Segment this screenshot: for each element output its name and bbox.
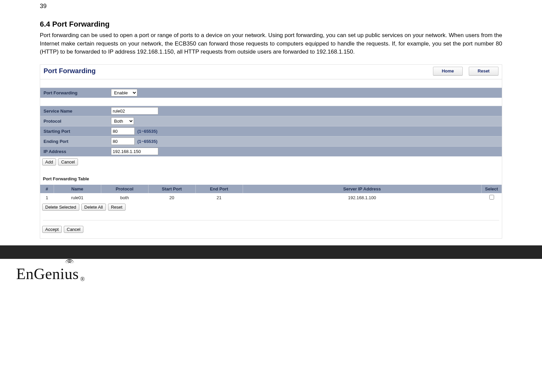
td-server: 192.168.1.100 <box>243 193 482 202</box>
label-starting-port: Starting Port <box>40 129 111 134</box>
delete-all-button[interactable]: Delete All <box>81 204 106 211</box>
intro-paragraph: Port forwarding can be used to open a po… <box>40 31 502 56</box>
table-row: 1 rule01 both 20 21 192.168.1.100 <box>40 193 502 202</box>
add-button[interactable]: Add <box>42 158 56 165</box>
label-port-forwarding: Port Forwarding <box>40 90 111 95</box>
th-select: Select <box>482 185 502 193</box>
th-end: End Port <box>195 185 243 193</box>
panel-header: Port Forwarding Home Reset <box>40 65 502 80</box>
row-service-name: Service Name <box>40 106 502 116</box>
accept-button[interactable]: Accept <box>42 226 62 233</box>
td-end: 21 <box>195 193 243 202</box>
td-name: rule01 <box>54 193 101 202</box>
reset-button[interactable]: Reset <box>469 67 498 76</box>
engenius-logo: EnGen ius ® <box>16 265 542 283</box>
hint-starting-port: (1~65535) <box>137 129 158 134</box>
row-port-forwarding: Port Forwarding Enable <box>40 88 502 98</box>
label-ending-port: Ending Port <box>40 139 111 144</box>
footer-dark-bar <box>0 245 542 259</box>
row-ip-address: IP Address <box>40 146 502 156</box>
wifi-icon <box>64 258 75 264</box>
page-number: 39 <box>40 3 542 10</box>
panel-title: Port Forwarding <box>42 67 96 75</box>
th-server: Server IP Address <box>243 185 482 193</box>
cancel-bottom-button[interactable]: Cancel <box>64 226 83 233</box>
input-service-name[interactable] <box>111 107 158 115</box>
td-protocol: both <box>101 193 148 202</box>
input-ip-address[interactable] <box>111 148 158 155</box>
select-protocol[interactable]: Both <box>111 117 134 125</box>
td-select <box>482 193 502 202</box>
label-service-name: Service Name <box>40 109 111 114</box>
row-checkbox[interactable] <box>489 195 494 200</box>
td-num: 1 <box>40 193 54 202</box>
th-num: # <box>40 185 54 193</box>
td-start: 20 <box>148 193 195 202</box>
hint-ending-port: (1~65535) <box>137 139 158 144</box>
th-start: Start Port <box>148 185 195 193</box>
divider <box>43 220 499 220</box>
row-protocol: Protocol Both <box>40 116 502 126</box>
cancel-form-button[interactable]: Cancel <box>58 158 78 165</box>
input-ending-port[interactable] <box>111 138 135 145</box>
row-starting-port: Starting Port (1~65535) <box>40 126 502 136</box>
table-reset-button[interactable]: Reset <box>108 204 126 211</box>
port-forwarding-panel: Port Forwarding Home Reset Port Forwardi… <box>40 64 502 239</box>
footer-logo-area: EnGen ius ® <box>0 259 542 292</box>
port-forwarding-table: # Name Protocol Start Port End Port Serv… <box>40 185 502 202</box>
th-name: Name <box>54 185 101 193</box>
th-protocol: Protocol <box>101 185 148 193</box>
section-heading: 6.4 Port Forwarding <box>40 20 502 29</box>
home-button[interactable]: Home <box>433 67 463 76</box>
input-starting-port[interactable] <box>111 127 135 135</box>
select-port-forwarding[interactable]: Enable <box>111 89 137 96</box>
table-title: Port Forwarding Table <box>43 176 502 181</box>
delete-selected-button[interactable]: Delete Selected <box>42 204 79 211</box>
logo-text-a: EnGen <box>16 265 60 283</box>
row-ending-port: Ending Port (1~65535) <box>40 136 502 146</box>
logo-text-b: ius <box>60 265 79 283</box>
label-ip-address: IP Address <box>40 149 111 154</box>
label-protocol: Protocol <box>40 119 111 124</box>
registered-mark: ® <box>80 276 85 283</box>
